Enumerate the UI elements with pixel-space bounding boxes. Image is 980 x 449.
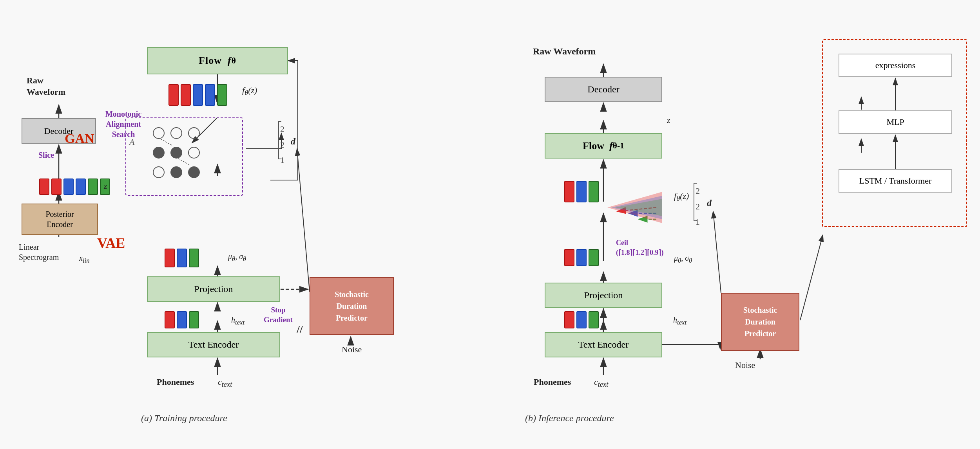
- svg-point-41: [153, 147, 164, 158]
- svg-marker-54: [615, 199, 662, 216]
- svg-point-38: [153, 128, 164, 139]
- posterior-encoder-box: PosteriorEncoder: [22, 204, 98, 235]
- raw-waveform-a-label: RawWaveform: [27, 75, 65, 97]
- text-encoder-a-box: Text Encoder: [147, 332, 280, 357]
- caption-inference: (b) Inference procedure: [525, 413, 614, 424]
- svg-point-39: [171, 128, 182, 139]
- h-text-tokens-b: [564, 311, 599, 328]
- noise-b-label: Noise: [735, 360, 755, 370]
- raw-waveform-b-label: Raw Waveform: [533, 46, 596, 57]
- mu-sigma-a-label: μθ, σθ: [228, 252, 246, 263]
- z-tokens-a: [39, 179, 110, 195]
- attention-cone-svg: [603, 192, 666, 223]
- svg-line-30: [800, 235, 823, 320]
- mas-circles-svg: [139, 121, 233, 190]
- svg-point-44: [153, 167, 164, 178]
- d-bracket-svg-b: [692, 182, 698, 222]
- mlp-box: MLP: [839, 110, 952, 134]
- h-text-tokens-a: [165, 311, 199, 328]
- z-label-a: z: [104, 181, 107, 191]
- d-label-b: d: [707, 198, 712, 208]
- ceil-label: Ceil(⌈1.8⌉⌈1.2⌉⌈0.9⌉): [616, 238, 664, 258]
- slice-label: Slice: [38, 151, 54, 160]
- mu-sigma-b-label: μθ, σθ: [674, 254, 692, 265]
- expressions-panel: expressions MLP LSTM / Transformer: [822, 39, 967, 227]
- svg-point-42: [171, 147, 182, 158]
- lstm-transformer-box: LSTM / Transformer: [839, 169, 952, 193]
- c-text-b-label: ctext: [594, 377, 608, 389]
- flow-b-box: Flow fθ-1: [545, 133, 662, 159]
- svg-line-19: [713, 211, 721, 293]
- flow-output-tokens-a: [168, 84, 227, 106]
- phonemes-a-label: Phonemes: [157, 377, 194, 387]
- h-text-a-label: htext: [231, 316, 245, 326]
- svg-line-31: [617, 207, 656, 211]
- d-label-a: d: [291, 136, 295, 147]
- h-text-b-label: htext: [673, 316, 687, 326]
- diagram-container: RawWaveform Decoder GAN Slice z Posterio…: [0, 0, 980, 449]
- gan-label: GAN: [65, 131, 94, 146]
- c-text-a-label: ctext: [218, 377, 232, 389]
- f-theta-z-tokens-b: [564, 181, 599, 202]
- linear-spec-label: LinearSpectrogram: [19, 242, 59, 262]
- x-lin-label: xlin: [79, 254, 89, 265]
- sdp-a-box: StochasticDurationPredictor: [310, 277, 394, 335]
- stop-gradient-label: StopGradient: [251, 305, 306, 325]
- svg-point-45: [171, 167, 182, 178]
- noise-a-label: Noise: [342, 344, 362, 355]
- svg-line-48: [178, 159, 190, 165]
- svg-marker-53: [611, 196, 662, 219]
- projection-b-box: Projection: [545, 283, 662, 308]
- f-theta-z-b-label: fθ(z): [674, 191, 689, 203]
- z-b-label: z: [667, 115, 670, 125]
- flow-a-box: Flow fθ: [147, 47, 288, 74]
- stop-gradient-symbol: //: [297, 323, 303, 336]
- expressions-box: expressions: [839, 54, 952, 77]
- mu-sigma-tokens-b: [564, 249, 599, 266]
- sdp-b-box: StochasticDurationPredictor: [721, 293, 799, 351]
- vae-label: VAE: [97, 235, 125, 251]
- decoder-b-box: Decoder: [545, 77, 662, 102]
- text-encoder-b-box: Text Encoder: [545, 332, 662, 357]
- svg-line-47: [161, 139, 172, 146]
- svg-point-40: [188, 128, 199, 139]
- svg-marker-52: [607, 192, 662, 223]
- mu-sigma-tokens-a: [165, 249, 199, 267]
- svg-point-46: [188, 167, 199, 178]
- d-bracket-svg-a: [277, 121, 283, 160]
- projection-a-box: Projection: [147, 276, 280, 302]
- phonemes-b-label: Phonemes: [534, 377, 571, 387]
- a-matrix-label: A: [129, 137, 134, 147]
- svg-point-43: [188, 147, 199, 158]
- f-theta-z-a-label: fθ(z): [242, 85, 257, 97]
- svg-line-6: [297, 149, 310, 292]
- caption-training: (a) Training procedure: [141, 413, 227, 424]
